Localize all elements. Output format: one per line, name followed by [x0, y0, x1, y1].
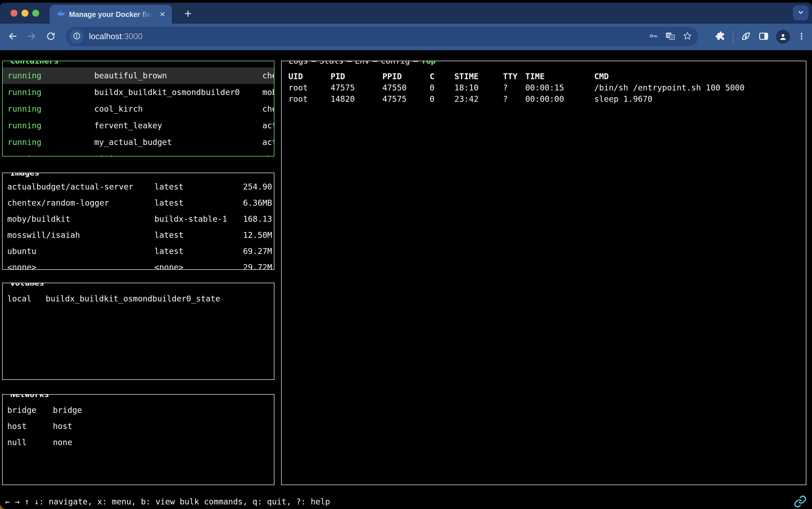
- new-tab-button[interactable]: +: [180, 6, 196, 22]
- col-ppid: PPID: [382, 71, 402, 82]
- image-tag: latest: [155, 227, 183, 243]
- container-row[interactable]: running titi che: [3, 150, 274, 157]
- network-row[interactable]: null none: [3, 434, 274, 451]
- container-image: che: [262, 67, 274, 84]
- images-panel-title: Images: [8, 173, 41, 178]
- docker-whale-favicon-icon: [57, 10, 65, 18]
- tab-strip: Manage your Docker fleet wit × +: [0, 3, 812, 24]
- tab-top[interactable]: Top: [421, 61, 436, 66]
- tab-close-icon[interactable]: ×: [157, 9, 168, 19]
- cell-time: 00:00:15: [525, 82, 564, 93]
- col-uid: UID: [289, 71, 303, 82]
- tab-search-button[interactable]: [793, 5, 809, 21]
- image-size: 254.90: [243, 178, 272, 195]
- profile-avatar-icon[interactable]: [776, 30, 790, 44]
- volume-row[interactable]: local buildx_buildkit_osmondbuilder0_sta…: [3, 291, 274, 307]
- image-row[interactable]: ubuntu latest 69.27M: [3, 243, 274, 260]
- container-name: beautiful_brown: [94, 67, 167, 84]
- svg-text:A: A: [671, 36, 673, 39]
- image-repo: chentex/random-logger: [7, 195, 109, 211]
- url-text[interactable]: localhost:3000: [89, 32, 143, 41]
- image-repo: <none>: [7, 259, 36, 270]
- zoom-window-button[interactable]: [32, 10, 39, 16]
- forward-button[interactable]: [26, 31, 38, 43]
- volumes-panel-title: Volumes: [8, 283, 46, 289]
- cell-cmd: /bin/sh /entrypoint.sh 100 5000: [594, 82, 745, 93]
- key-icon[interactable]: [649, 31, 658, 42]
- container-row[interactable]: running buildx_buildkit_osmondbuilder0 m…: [3, 84, 274, 101]
- menu-dots-icon[interactable]: [797, 32, 806, 42]
- image-row[interactable]: mosswill/isaiah latest 12.50M: [3, 227, 274, 243]
- close-window-button[interactable]: [10, 10, 18, 16]
- extensions-puzzle-icon[interactable]: [715, 31, 726, 43]
- tab-env[interactable]: Env: [355, 61, 370, 66]
- keyboard-hints: ← → ↑ ↓: navigate, x: menu, b: view bulk…: [5, 496, 330, 507]
- detail-tabs: Logs—Stats—Env—Config—Top: [286, 61, 439, 67]
- container-state: running: [7, 101, 41, 117]
- side-panel-icon[interactable]: [758, 31, 769, 43]
- container-state: running: [7, 117, 41, 134]
- minimize-window-button[interactable]: [22, 10, 29, 16]
- tab-logs[interactable]: Logs: [289, 61, 308, 66]
- containers-panel: Containers running beautiful_brown che r…: [2, 61, 274, 157]
- tab-title: Manage your Docker fleet wit: [69, 10, 153, 19]
- browser-tab[interactable]: Manage your Docker fleet wit ×: [50, 5, 172, 24]
- reload-button[interactable]: [44, 31, 57, 43]
- network-driver: bridge: [7, 402, 36, 418]
- image-row[interactable]: actualbudget/actual-server latest 254.90: [3, 178, 274, 195]
- container-row[interactable]: running fervent_leakey act: [3, 117, 274, 134]
- image-row[interactable]: chentex/random-logger latest 6.36MB: [3, 195, 274, 211]
- energy-saver-leaf-icon[interactable]: [741, 31, 751, 43]
- container-image: che: [262, 101, 274, 117]
- image-tag: latest: [155, 243, 183, 260]
- link-chain-icon[interactable]: [793, 495, 807, 508]
- col-stime: STIME: [454, 71, 478, 82]
- network-name: bridge: [53, 402, 82, 418]
- cell-uid: root: [289, 94, 308, 104]
- network-driver: null: [7, 434, 27, 451]
- back-button[interactable]: [6, 31, 19, 43]
- network-row[interactable]: bridge bridge: [3, 402, 274, 418]
- col-c: C: [430, 71, 435, 82]
- networks-panel-title: Networks: [8, 394, 51, 400]
- cell-pid: 47575: [331, 82, 355, 93]
- site-info-button[interactable]: [70, 29, 84, 44]
- image-tag: <none>: [155, 259, 183, 270]
- process-table-header: UID PID PPID C STIME TTY TIME CMD: [282, 71, 806, 82]
- cell-cmd: sleep 1.9670: [594, 94, 652, 104]
- cell-tty: ?: [503, 94, 508, 104]
- address-bar[interactable]: localhost:3000 GA: [66, 27, 698, 46]
- forward-arrow-icon: [27, 31, 37, 42]
- image-row[interactable]: <none> <none> 29.72M: [3, 259, 274, 270]
- container-name: cool_kirch: [94, 101, 143, 117]
- tab-stats[interactable]: Stats: [319, 61, 343, 66]
- network-name: none: [53, 434, 72, 451]
- cell-uid: root: [289, 82, 308, 93]
- container-image: act: [262, 117, 274, 134]
- container-state: running: [7, 134, 41, 150]
- detail-panel: Logs—Stats—Env—Config—Top UID PID PPID C…: [281, 61, 806, 485]
- bookmark-star-icon[interactable]: [683, 31, 692, 42]
- cell-ppid: 47575: [382, 94, 407, 104]
- container-row[interactable]: running cool_kirch che: [3, 101, 274, 117]
- tab-separator: —: [311, 61, 316, 66]
- container-name: titi: [94, 150, 113, 157]
- tab-separator: —: [373, 61, 377, 66]
- image-tag: latest: [155, 178, 183, 195]
- network-row[interactable]: host host: [3, 418, 274, 435]
- process-row: root 14820 47575 0 23:42 ? 00:00:00 slee…: [282, 94, 806, 104]
- url-port: :3000: [122, 32, 143, 41]
- col-time: TIME: [525, 71, 545, 82]
- cell-c: 0: [430, 82, 435, 93]
- translate-icon[interactable]: GA: [666, 31, 675, 42]
- container-row[interactable]: running my_actual_budget act: [3, 134, 274, 150]
- image-row[interactable]: moby/buildkit buildx-stable-1 168.13: [3, 211, 274, 227]
- image-size: 168.13: [243, 211, 272, 227]
- image-repo: moby/buildkit: [7, 211, 70, 227]
- container-row[interactable]: running beautiful_brown che: [3, 67, 274, 84]
- back-arrow-icon: [7, 31, 18, 42]
- toolbar-separator: [733, 30, 734, 43]
- process-row: root 47575 47550 0 18:10 ? 00:00:15 /bin…: [282, 82, 806, 93]
- tab-config[interactable]: Config: [381, 61, 410, 66]
- image-repo: ubuntu: [7, 243, 36, 260]
